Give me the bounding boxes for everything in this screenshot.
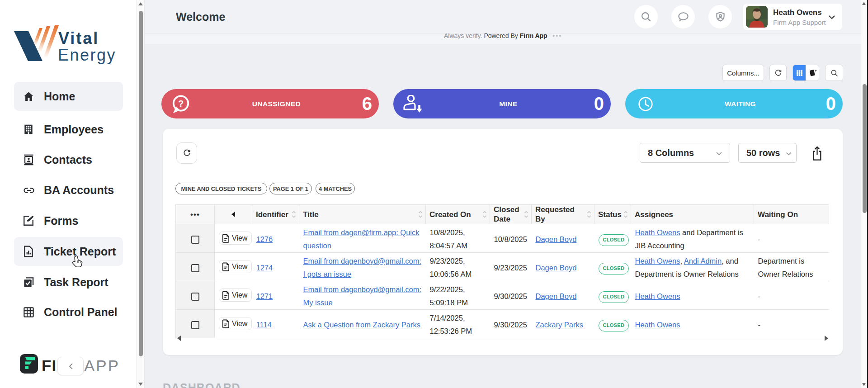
svg-text:Vital: Vital (58, 29, 99, 47)
svg-text:Energy: Energy (58, 46, 116, 64)
